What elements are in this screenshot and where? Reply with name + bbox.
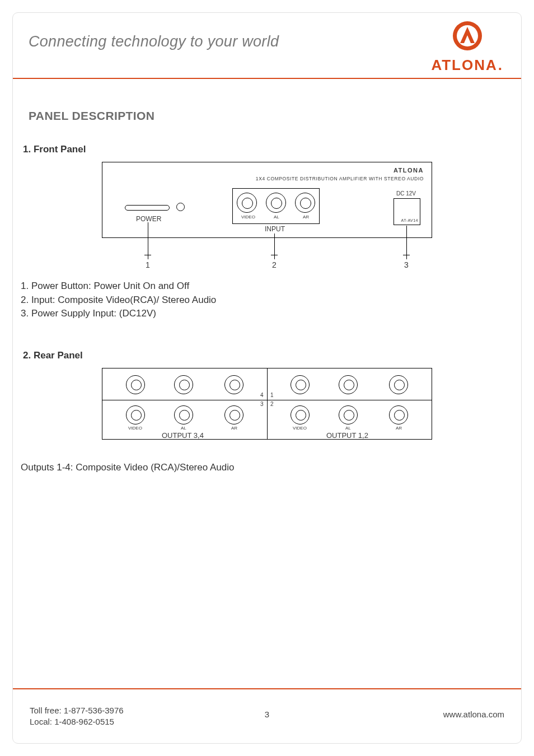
out1-ar-icon: [389, 375, 408, 394]
ar-label: AR: [303, 214, 309, 220]
front-panel-outline: ATLONA 1x4 COMPOSITE DISTRIBUTION AMPLIF…: [102, 162, 432, 238]
power-label: POWER: [136, 215, 161, 223]
al-label: AL: [274, 214, 279, 220]
input-label: INPUT: [265, 225, 285, 233]
local-text: Local: 1-408-962-0515: [30, 716, 124, 727]
rear-center-divider: [267, 368, 268, 439]
out2-video-icon: [291, 405, 310, 424]
out3-al-icon: [174, 405, 193, 424]
left-ar-label: AR: [231, 426, 237, 431]
section-title: PANEL DESCRIPTION: [29, 109, 521, 123]
callout-num-2: 2: [272, 260, 277, 269]
tollfree-text: Toll free: 1-877-536-3976: [30, 705, 124, 716]
al-rca-icon: [266, 193, 286, 213]
callout-line-2: [274, 234, 275, 259]
rear-panel-heading: 2. Rear Panel: [23, 350, 521, 361]
front-panel-notes: 1. Power Button: Power Unit On and Off 2…: [21, 279, 521, 321]
note-2: 2. Input: Composite Video(RCA)/ Stereo A…: [21, 293, 521, 307]
video-label: VIDEO: [241, 214, 255, 220]
right-video-label: VIDEO: [293, 426, 307, 431]
out3-ar-icon: [224, 405, 243, 424]
num-3: 3: [260, 401, 264, 407]
header-divider: [13, 78, 521, 79]
page-header: Connecting technology to your world ATLO…: [13, 13, 521, 78]
rear-panel-note: Outputs 1-4: Composite Video (RCA)/Stere…: [21, 462, 521, 473]
note-1: 1. Power Button: Power Unit On and Off: [21, 279, 521, 293]
callout-num-3: 3: [404, 260, 409, 269]
output-34-label: OUTPUT 3,4: [162, 431, 204, 440]
callout-tick-2: [271, 255, 278, 255]
out1-al-icon: [339, 375, 358, 394]
callout-num-1: 1: [146, 260, 150, 269]
out2-ar-icon: [389, 405, 408, 424]
contact-block: Toll free: 1-877-536-3976 Local: 1-408-9…: [30, 705, 124, 728]
callout-tick-3: [403, 255, 410, 255]
out4-video-icon: [126, 375, 145, 394]
panel-brand: ATLONA: [394, 167, 424, 174]
out1-video-icon: [291, 375, 310, 394]
panel-subtitle: 1x4 COMPOSITE DISTRIBUTION AMPLIFIER WIT…: [229, 176, 424, 181]
model-label: AT-AV14: [401, 218, 418, 222]
brand-wordmark: ATLONA.: [431, 57, 503, 74]
logo-icon: [452, 21, 483, 51]
right-al-label: AL: [345, 426, 351, 431]
power-led-graphic: [176, 203, 185, 211]
front-panel-heading: 1. Front Panel: [23, 144, 521, 155]
left-al-label: AL: [181, 426, 186, 431]
callout-line-3: [406, 226, 407, 259]
left-video-label: VIDEO: [128, 426, 142, 431]
num-4: 4: [260, 392, 264, 398]
right-ar-label: AR: [396, 426, 402, 431]
note-3: 3. Power Supply Input: (DC12V): [21, 307, 521, 321]
num-1: 1: [270, 392, 274, 398]
num-2: 2: [270, 401, 274, 407]
brand-logo: ATLONA.: [431, 21, 503, 74]
out4-ar-icon: [224, 375, 243, 394]
dc-label: DC 12V: [396, 190, 416, 197]
rear-panel-outline: VIDEO AL AR VIDEO AL AR 4 1 3 2 OUTPUT 3…: [102, 368, 432, 440]
out3-video-icon: [126, 405, 145, 424]
output-12-label: OUTPUT 1,2: [326, 431, 368, 440]
page-footer: Toll free: 1-877-536-3976 Local: 1-408-9…: [13, 689, 521, 743]
front-panel-diagram: ATLONA 1x4 COMPOSITE DISTRIBUTION AMPLIF…: [102, 162, 432, 272]
website-text: www.atlona.com: [443, 710, 504, 719]
power-button-graphic: [125, 205, 170, 211]
out2-al-icon: [339, 405, 358, 424]
rear-panel-diagram: VIDEO AL AR VIDEO AL AR 4 1 3 2 OUTPUT 3…: [102, 368, 432, 452]
page: Connecting technology to your world ATLO…: [12, 12, 522, 744]
callout-line-1: [148, 222, 148, 259]
video-rca-icon: [237, 193, 257, 213]
rear-horizontal-divider: [102, 400, 432, 400]
callout-tick-1: [144, 255, 151, 255]
page-number: 3: [265, 710, 269, 719]
ar-rca-icon: [295, 193, 315, 213]
out4-al-icon: [174, 375, 193, 394]
